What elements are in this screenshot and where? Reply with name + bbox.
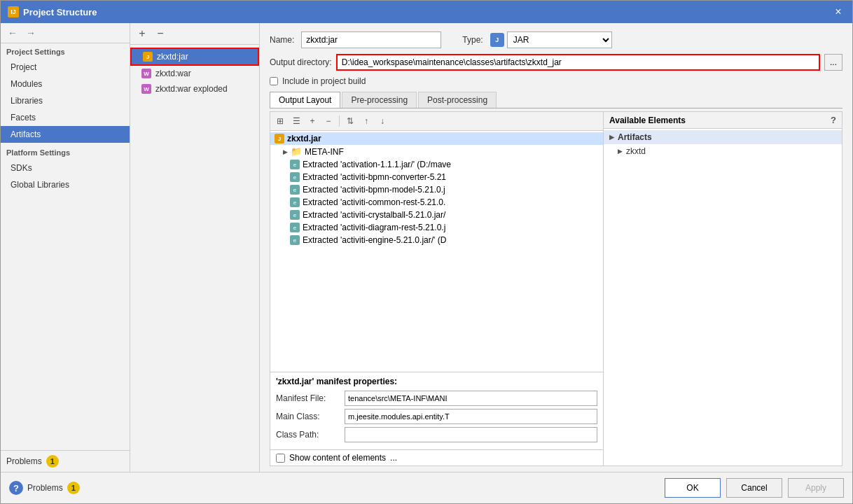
sidebar-item-libraries[interactable]: Libraries: [1, 92, 130, 109]
sidebar-item-sdks[interactable]: SDKs: [1, 160, 130, 176]
artifact-war-exploded-icon: W: [141, 84, 151, 94]
type-label: Type:: [462, 35, 483, 45]
add-element-button[interactable]: +: [305, 114, 319, 128]
show-icon-button[interactable]: ⊞: [273, 114, 287, 128]
bottom-bar: ? Problems 1 OK Cancel Apply: [1, 472, 852, 503]
help-question-icon[interactable]: ?: [9, 481, 23, 495]
add-artifact-button[interactable]: +: [134, 26, 150, 41]
tree-item-meta-inf[interactable]: ▶ 📁 META-INF: [270, 145, 603, 158]
title-bar: IJ Project Structure ×: [1, 1, 852, 23]
tree-item-engine[interactable]: e Extracted 'activiti-engine-5.21.0.jar/…: [270, 234, 603, 246]
class-path-row: Class Path:: [276, 427, 597, 442]
main-class-input[interactable]: [345, 409, 597, 424]
sidebar-sdks-label: SDKs: [11, 163, 32, 173]
type-select[interactable]: JAR WAR WAR exploded: [507, 31, 612, 48]
sidebar-facets-label: Facets: [11, 113, 36, 122]
browse-button[interactable]: ...: [824, 54, 842, 71]
title-bar-left: IJ Project Structure: [8, 6, 97, 18]
output-panel: ⊞ ☰ + − ⇅ ↑ ↓ J zkxtd.jar: [270, 112, 604, 465]
manifest-file-input[interactable]: [345, 391, 597, 406]
artifact-item-zkxtd-war[interactable]: W zkxtd:war: [130, 66, 259, 81]
ok-button[interactable]: OK: [665, 478, 721, 498]
tab-post-processing[interactable]: Post-processing: [418, 92, 497, 108]
show-content-more-button[interactable]: ...: [390, 453, 397, 463]
dialog-title: Project Structure: [23, 7, 97, 18]
tree-meta-inf-label: META-INF: [305, 147, 344, 157]
tree-common-rest-label: Extracted 'activiti-common-rest-5.21.0.: [303, 197, 445, 207]
sidebar-item-facets[interactable]: Facets: [1, 109, 130, 126]
nav-forward-button[interactable]: →: [23, 26, 39, 40]
avail-item-artifacts[interactable]: ▶ Artifacts: [604, 130, 842, 144]
tree-item-diagram-rest[interactable]: e Extracted 'activiti-diagram-rest-5.21.…: [270, 221, 603, 234]
move-down-button[interactable]: ↓: [375, 114, 389, 128]
sidebar-global-libraries-label: Global Libraries: [11, 180, 69, 190]
tree-item-crystalball[interactable]: e Extracted 'activiti-crystalball-5.21.0…: [270, 209, 603, 221]
extracted-icon-6: e: [290, 235, 300, 245]
move-up-button[interactable]: ↑: [359, 114, 373, 128]
artifact-item-zkxtd-jar[interactable]: J zkxtd:jar: [130, 48, 259, 66]
app-icon: IJ: [8, 6, 19, 18]
output-tree: J zkxtd.jar ▶ 📁 META-INF e Extracted: [270, 131, 603, 372]
tree-item-common-rest[interactable]: e Extracted 'activiti-common-rest-5.21.0…: [270, 196, 603, 209]
platform-settings-label: Platform Settings: [1, 143, 130, 160]
artifact-zkxtd-war-exploded-label: zkxtd:war exploded: [155, 84, 228, 94]
sidebar-item-global-libraries[interactable]: Global Libraries: [1, 176, 130, 193]
tab-pre-processing[interactable]: Pre-processing: [342, 92, 417, 108]
tree-item-bpmn-converter[interactable]: e Extracted 'activiti-bpmn-converter-5.2…: [270, 171, 603, 183]
output-dir-row: Output directory: ...: [270, 54, 842, 71]
sidebar-item-artifacts[interactable]: Artifacts: [1, 126, 130, 143]
avail-zkxtd-label: zkxtd: [626, 146, 646, 156]
remove-element-button[interactable]: −: [321, 114, 335, 128]
sidebar-problems-label: Problems: [6, 456, 42, 466]
include-build-checkbox[interactable]: [270, 77, 278, 85]
cancel-button[interactable]: Cancel: [726, 478, 782, 498]
tree-crystalball-label: Extracted 'activiti-crystalball-5.21.0.j…: [303, 210, 445, 220]
close-button[interactable]: ×: [831, 5, 845, 19]
class-path-input[interactable]: [345, 427, 597, 442]
available-tree: ▶ Artifacts ▶ zkxtd: [604, 129, 842, 465]
artifact-zkxtd-jar-label: zkxtd:jar: [157, 52, 188, 62]
artifact-war-icon: W: [141, 69, 151, 78]
tree-bpmn-converter-label: Extracted 'activiti-bpmn-converter-5.21: [303, 172, 446, 182]
sidebar-item-project[interactable]: Project: [1, 59, 130, 76]
sidebar-item-modules[interactable]: Modules: [1, 76, 130, 92]
remove-artifact-button[interactable]: −: [153, 26, 168, 41]
sidebar-modules-label: Modules: [11, 79, 42, 89]
show-content-checkbox[interactable]: [276, 454, 285, 463]
sidebar-artifacts-label: Artifacts: [11, 130, 41, 139]
sidebar-project-label: Project: [11, 62, 36, 72]
output-dir-input[interactable]: [336, 54, 820, 71]
footer-problems-label: Problems: [27, 483, 63, 493]
manifest-section: 'zkxtd.jar' manifest properties: Manifes…: [270, 372, 603, 449]
artifacts-tree-arrow: ▶: [609, 134, 614, 141]
available-header: Available Elements ?: [604, 112, 842, 129]
include-build-label: Include in project build: [282, 76, 366, 86]
tree-item-root[interactable]: J zkxtd.jar: [270, 132, 603, 145]
artifact-list-pane: + − J zkxtd:jar W zkxtd:war W zkxtd:war …: [130, 23, 260, 472]
tree-diagram-rest-label: Extracted 'activiti-diagram-rest-5.21.0.…: [303, 223, 445, 232]
footer-problems-badge: 1: [67, 482, 80, 494]
extracted-icon-1: e: [290, 172, 300, 182]
sort-button[interactable]: ⇅: [343, 114, 357, 128]
tab-output-layout[interactable]: Output Layout: [270, 92, 340, 108]
tree-item-bpmn-model[interactable]: e Extracted 'activiti-bpmn-model-5.21.0.…: [270, 183, 603, 196]
extracted-icon-0: e: [290, 160, 300, 169]
problems-section: ? Problems 1: [9, 481, 80, 495]
extracted-icon-4: e: [290, 210, 300, 220]
artifact-item-zkxtd-war-exploded[interactable]: W zkxtd:war exploded: [130, 81, 259, 97]
list-icon-button[interactable]: ☰: [289, 114, 303, 128]
sidebar: ← → Project Settings Project Modules Lib…: [1, 23, 130, 472]
artifact-list: J zkxtd:jar W zkxtd:war W zkxtd:war expl…: [130, 45, 259, 99]
extracted-icon-2: e: [290, 185, 300, 195]
tree-bpmn-model-label: Extracted 'activiti-bpmn-model-5.21.0.j: [303, 185, 445, 195]
tree-item-activation[interactable]: e Extracted 'activation-1.1.1.jar/' (D:/…: [270, 158, 603, 171]
class-path-label: Class Path:: [276, 430, 339, 440]
tabs-bar: Output Layout Pre-processing Post-proces…: [270, 92, 842, 108]
output-toolbar: ⊞ ☰ + − ⇅ ↑ ↓: [270, 112, 603, 131]
apply-button[interactable]: Apply: [788, 478, 844, 498]
nav-back-button[interactable]: ←: [5, 26, 20, 40]
name-input[interactable]: [301, 31, 441, 48]
avail-item-zkxtd[interactable]: ▶ zkxtd: [604, 144, 842, 158]
help-icon[interactable]: ?: [831, 115, 836, 125]
jar-root-icon: J: [275, 134, 284, 144]
